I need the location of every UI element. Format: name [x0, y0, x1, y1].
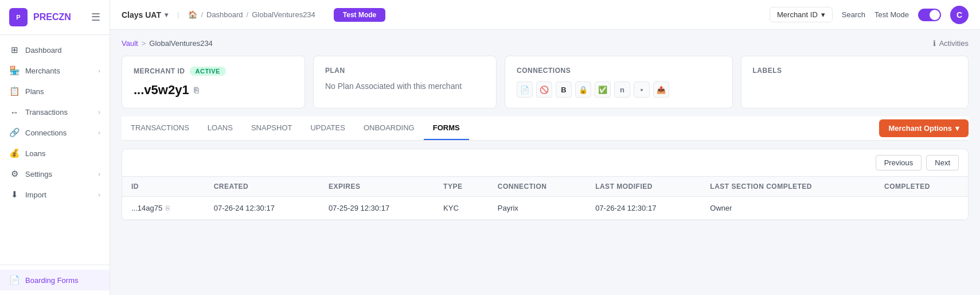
connection-icon-4[interactable]: 🔒 [575, 81, 591, 98]
merchant-id-card: MERCHANT ID Active ...v5w2y1 ⎘ [122, 56, 305, 108]
activities-label: Activities [939, 39, 969, 48]
merchant-id-value: ...v5w2y1 ⎘ [134, 83, 293, 98]
connection-icon-5[interactable]: ✅ [595, 81, 611, 98]
vault-breadcrumb: Vault > GlobalVentures234 [122, 39, 213, 48]
breadcrumb-dashboard[interactable]: Dashboard [206, 10, 243, 19]
header-right: Merchant ID ▾ Search Test Mode C [770, 6, 969, 24]
table-row[interactable]: ...14ag75 ⎘ 07-26-24 12:30:17 07-25-29 1… [122, 197, 968, 220]
sidebar-item-label: Loans [25, 149, 45, 158]
sidebar-item-merchants[interactable]: 🏪 Merchants › [0, 60, 110, 81]
forms-table: ID CREATED EXPIRES TYPE CONNECTION LAST … [122, 177, 968, 220]
sidebar-item-label: Transactions [25, 108, 68, 117]
search-button[interactable]: Search [842, 10, 865, 19]
connection-icon-8[interactable]: 📤 [653, 81, 669, 98]
merchant-id-label: Merchant ID [777, 10, 818, 19]
connection-icon-7[interactable]: ▪ [634, 81, 650, 98]
merchant-id-selector[interactable]: Merchant ID ▾ [770, 7, 833, 22]
sidebar-nav: ⊞ Dashboard 🏪 Merchants › 📋 Plans ↔ Tran… [0, 35, 110, 265]
home-icon[interactable]: 🏠 [188, 10, 197, 19]
sidebar-bottom: 📄 Boarding Forms [0, 265, 110, 295]
sidebar-item-plans[interactable]: 📋 Plans [0, 81, 110, 102]
sidebar-toggle[interactable]: ☰ [91, 11, 100, 24]
next-button[interactable]: Next [926, 155, 959, 170]
chevron-down-icon: › [98, 67, 100, 74]
table-area: Previous Next ID CREATED EXPIRES TYPE CO… [122, 149, 969, 220]
boarding-forms-icon: 📄 [9, 275, 19, 285]
sidebar-item-label: Dashboard [25, 46, 62, 55]
org-name: Clays UAT [122, 10, 161, 20]
col-connection: CONNECTION [489, 177, 586, 197]
transactions-icon: ↔ [9, 107, 19, 117]
sidebar-item-boarding-forms[interactable]: 📄 Boarding Forms [0, 270, 110, 290]
cell-completed [875, 197, 968, 220]
tab-updates[interactable]: UPDATES [301, 117, 354, 140]
sidebar-item-import[interactable]: ⬇ Import › [0, 184, 110, 205]
merchant-options-button[interactable]: Merchant Options ▾ [879, 119, 969, 137]
activities-button[interactable]: ℹ Activities [933, 39, 969, 48]
vault-row: Vault > GlobalVentures234 ℹ Activities [122, 39, 969, 48]
connection-icon-6[interactable]: n [614, 81, 630, 98]
chevron-down-icon: › [98, 108, 100, 115]
merchant-id-card-title: MERCHANT ID Active [134, 67, 293, 76]
copy-icon[interactable]: ⎘ [166, 204, 170, 212]
connection-icon-1[interactable]: 📄 [517, 81, 533, 98]
logo-text: PRECZN [33, 12, 71, 22]
vault-current: GlobalVentures234 [149, 39, 213, 48]
copy-icon[interactable]: ⎘ [194, 86, 198, 95]
col-completed: COMPLETED [875, 177, 968, 197]
plan-card: Plan No Plan Associated with this mercha… [313, 56, 497, 108]
test-mode-label: Test Mode [874, 10, 909, 19]
sidebar-item-settings[interactable]: ⚙ Settings › [0, 164, 110, 184]
tab-snapshot[interactable]: SNAPSHOT [242, 117, 302, 140]
tab-forms[interactable]: FORMS [424, 117, 469, 140]
sidebar-item-connections[interactable]: 🔗 Connections › [0, 122, 110, 143]
connections-icon: 🔗 [9, 127, 19, 138]
table-header-row: Previous Next [122, 149, 968, 177]
col-last-modified: LAST MODIFIED [586, 177, 701, 197]
sidebar-item-label: Boarding Forms [25, 276, 78, 285]
cell-type: KYC [434, 197, 489, 220]
connection-icon-2[interactable]: 🚫 [536, 81, 552, 98]
loans-icon: 💰 [9, 148, 19, 158]
vault-link[interactable]: Vault [122, 39, 138, 48]
tab-onboarding[interactable]: ONBOARDING [354, 117, 424, 140]
status-badge: Active [190, 67, 226, 76]
sidebar-item-transactions[interactable]: ↔ Transactions › [0, 102, 110, 122]
connection-icon-3[interactable]: B [556, 81, 572, 98]
previous-button[interactable]: Previous [876, 155, 922, 170]
test-mode-toggle[interactable] [918, 9, 941, 21]
sidebar-item-label: Plans [25, 87, 44, 96]
test-mode-badge: Test Mode [334, 8, 385, 22]
header-separator: | [177, 10, 179, 19]
col-last-section: LAST SECTION COMPLETED [701, 177, 875, 197]
sidebar-item-loans[interactable]: 💰 Loans [0, 143, 110, 164]
cell-last-modified: 07-26-24 12:30:17 [586, 197, 701, 220]
breadcrumb-current: GlobalVentures234 [252, 10, 315, 19]
connections-icons: 📄 🚫 B 🔒 ✅ n ▪ 📤 [517, 81, 721, 98]
info-icon: ℹ [933, 39, 936, 48]
org-selector[interactable]: Clays UAT ▾ [122, 10, 168, 20]
settings-icon: ⚙ [9, 169, 19, 179]
main-content: Clays UAT ▾ | 🏠 / Dashboard / GlobalVent… [110, 0, 980, 295]
chevron-down-icon: › [98, 129, 100, 136]
col-id: ID [122, 177, 205, 197]
chevron-down-icon: ▾ [821, 10, 825, 19]
sidebar: P PRECZN ☰ ⊞ Dashboard 🏪 Merchants › 📋 P… [0, 0, 110, 295]
logo-icon: P [9, 8, 28, 26]
avatar[interactable]: C [950, 6, 969, 24]
cell-created: 07-26-24 12:30:17 [205, 197, 319, 220]
page-content: Vault > GlobalVentures234 ℹ Activities M… [110, 30, 980, 295]
connections-card: Connections 📄 🚫 B 🔒 ✅ n ▪ 📤 [505, 56, 733, 108]
cell-connection: Payrix [489, 197, 586, 220]
chevron-down-icon: › [98, 170, 100, 177]
labels-card-title: Labels [753, 67, 957, 75]
tab-loans[interactable]: LOANS [198, 117, 242, 140]
chevron-down-icon: ▾ [165, 11, 168, 19]
sidebar-item-dashboard[interactable]: ⊞ Dashboard [0, 40, 110, 60]
plans-icon: 📋 [9, 86, 19, 96]
plan-card-title: Plan [325, 67, 485, 75]
breadcrumb-sep: / [247, 10, 249, 19]
tab-transactions[interactable]: TRANSACTIONS [122, 117, 198, 140]
vault-separator: > [142, 39, 146, 48]
cards-row: MERCHANT ID Active ...v5w2y1 ⎘ Plan No P… [122, 56, 969, 108]
